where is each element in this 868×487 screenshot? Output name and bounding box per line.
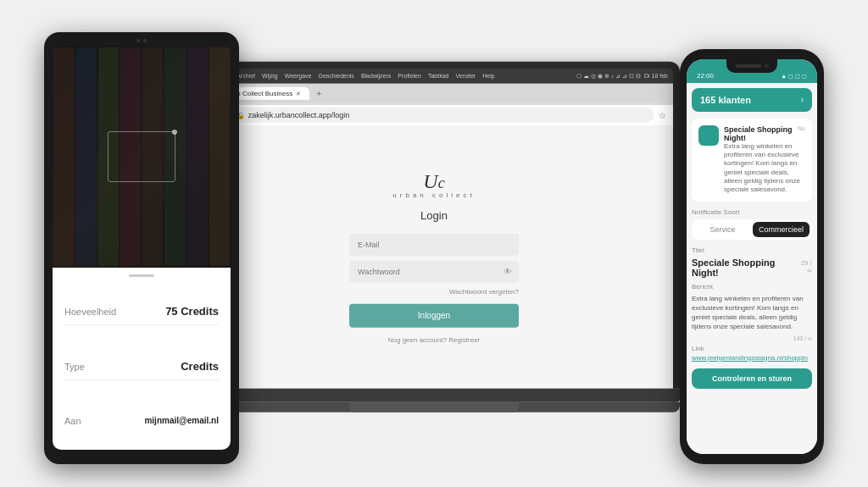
hoeveelheid-value: 75 Credits bbox=[165, 305, 219, 318]
titel-label: Titel bbox=[692, 246, 812, 254]
login-logo: Uc urban collect bbox=[392, 170, 475, 198]
drag-handle bbox=[53, 268, 231, 280]
logo-subtitle: urban collect bbox=[392, 191, 475, 198]
aan-row: Aan mijnmail@email.nl bbox=[64, 409, 219, 433]
tablet-data-rows: Hoeveelheid 75 Credits Type Credits Aan … bbox=[53, 280, 231, 450]
phone: 22:00 ▲ ◻ ◻ ◻ 165 klanten › Specia bbox=[680, 49, 824, 464]
menu-date: Di 18 feb bbox=[644, 73, 668, 79]
toggle-password-icon[interactable]: 👁 bbox=[504, 267, 512, 276]
phone-notif-icon bbox=[698, 125, 719, 146]
scene:  Chrome Archief Wijzig Weergave Geschie… bbox=[27, 15, 841, 473]
menu-profielen[interactable]: Profielen bbox=[398, 73, 421, 79]
password-input[interactable] bbox=[349, 260, 519, 282]
menu-archief[interactable]: Archief bbox=[236, 73, 255, 79]
phone-char-count-2: 143 / ∞ bbox=[692, 335, 812, 341]
phone-char-count-1: 29 / ∞ bbox=[795, 259, 812, 274]
menu-wijzig[interactable]: Wijzig bbox=[262, 73, 278, 79]
tablet: Hoeveelheid 75 Credits Type Credits Aan … bbox=[44, 32, 239, 464]
phone-content: 165 klanten › Speciale Shopping Night! N… bbox=[687, 83, 817, 454]
bookmark-icon[interactable]: ☆ bbox=[659, 110, 666, 119]
tab-service[interactable]: Service bbox=[694, 222, 751, 237]
menu-icons: ⬡ ☁ ◎ ◉ ⊕ ♪ ⊿ ⊿ ⊡ ⊟ bbox=[576, 72, 641, 79]
address-bar[interactable]: 🔒 zakelijk.urbancollect.app/login bbox=[230, 108, 654, 123]
hoeveelheid-row: Hoeveelheid 75 Credits bbox=[64, 298, 219, 325]
phone-speaker bbox=[736, 64, 761, 68]
handle-bar bbox=[129, 274, 154, 277]
login-page: Uc urban collect Login 👁 Wachtwoord verg… bbox=[195, 125, 673, 388]
selection-rect bbox=[108, 131, 175, 182]
laptop-foot bbox=[349, 401, 519, 412]
hoeveelheid-label: Hoeveelheid bbox=[64, 307, 116, 317]
menu-help[interactable]: Help bbox=[482, 73, 494, 79]
menubar:  Chrome Archief Wijzig Weergave Geschie… bbox=[195, 68, 673, 83]
tablet-camera bbox=[136, 39, 147, 42]
phone-time: 22:00 bbox=[697, 72, 714, 80]
forgot-password-link[interactable]: Wachtwoord vergeten? bbox=[349, 287, 519, 295]
laptop-base bbox=[188, 388, 680, 401]
front-camera-dot bbox=[136, 39, 140, 42]
phone-body-text: Extra lang winkelen en profiteren van ex… bbox=[692, 294, 812, 332]
phone-header-card[interactable]: 165 klanten › bbox=[692, 88, 812, 112]
browser-chrome: 🔵 Urban Collect Business ✕ + ‹ › ↻ 🔒 zak… bbox=[195, 83, 673, 125]
type-row: Type Credits bbox=[64, 353, 219, 380]
tab-commercial[interactable]: Commercieel bbox=[753, 222, 810, 237]
register-link[interactable]: Nog geen account? Registreer bbox=[349, 335, 519, 343]
phone-notif-content: Speciale Shopping Night! Nu Extra lang w… bbox=[724, 125, 805, 195]
password-field-wrap: 👁 bbox=[349, 260, 519, 282]
phone-notif-title: Speciale Shopping Night! bbox=[724, 125, 798, 142]
phone-signal-icons: ▲ ◻ ◻ ◻ bbox=[781, 73, 807, 80]
type-value: Credits bbox=[181, 360, 219, 373]
menu-venster[interactable]: Venster bbox=[455, 73, 476, 79]
browser-tabbar: 🔵 Urban Collect Business ✕ + bbox=[195, 83, 673, 103]
phone-camera bbox=[765, 64, 769, 68]
tablet-photo bbox=[53, 46, 231, 268]
aan-value: mijnmail@email.nl bbox=[144, 416, 219, 425]
selection-handle bbox=[172, 130, 177, 135]
phone-customers-label: 165 klanten bbox=[700, 95, 751, 105]
phone-title-text: Speciale Shopping Night! bbox=[692, 257, 795, 278]
menu-weergave[interactable]: Weergave bbox=[285, 73, 312, 79]
login-button[interactable]: Inloggen bbox=[349, 303, 519, 327]
login-title: Login bbox=[420, 208, 448, 221]
phone-notch bbox=[726, 59, 777, 73]
phone-header-chevron-icon: › bbox=[801, 95, 804, 104]
link-label: Link bbox=[692, 345, 812, 352]
phone-url-text[interactable]: www.jeelgenlandingssiagna.nl/shoppin bbox=[692, 354, 812, 362]
send-button[interactable]: Controleren en sturen bbox=[692, 368, 812, 389]
phone-notif-time: Nu bbox=[798, 125, 805, 142]
browser-addressbar: ‹ › ↻ 🔒 zakelijk.urbancollect.app/login … bbox=[195, 103, 673, 125]
notif-type-label: Notificatie Soort bbox=[692, 208, 812, 216]
type-label: Type bbox=[64, 362, 85, 372]
phone-tabs: Service Commercieel bbox=[692, 219, 812, 240]
url-text: zakelijk.urbancollect.app/login bbox=[248, 111, 350, 119]
menu-bladwijzers[interactable]: Bladwijzers bbox=[361, 73, 391, 79]
tablet-screen: Hoeveelheid 75 Credits Type Credits Aan … bbox=[53, 46, 231, 451]
email-input[interactable] bbox=[349, 233, 519, 255]
new-tab-button[interactable]: + bbox=[313, 89, 325, 98]
aan-label: Aan bbox=[64, 416, 81, 426]
phone-screen: 22:00 ▲ ◻ ◻ ◻ 165 klanten › Specia bbox=[687, 59, 817, 454]
logo-initials: Uc bbox=[392, 170, 475, 191]
login-form: 👁 Wachtwoord vergeten? Inloggen Nog geen… bbox=[349, 233, 519, 343]
laptop:  Chrome Archief Wijzig Weergave Geschie… bbox=[188, 61, 680, 412]
menu-geschiedenis[interactable]: Geschiedenis bbox=[318, 73, 353, 79]
front-sensor-dot bbox=[143, 39, 147, 42]
laptop-screen: 🔵 Urban Collect Business ✕ + ‹ › ↻ 🔒 zak… bbox=[195, 83, 673, 388]
menu-tabblad[interactable]: Tabblad bbox=[428, 73, 449, 79]
tab-close-button[interactable]: ✕ bbox=[296, 90, 301, 97]
phone-notification-card[interactable]: Speciale Shopping Night! Nu Extra lang w… bbox=[692, 119, 812, 202]
tablet-bottom-sheet: Hoeveelheid 75 Credits Type Credits Aan … bbox=[53, 268, 231, 450]
bericht-label: Bericht bbox=[692, 283, 812, 291]
phone-notif-body: Extra lang winkelen en profiteren van ex… bbox=[724, 142, 805, 195]
laptop-stand bbox=[188, 401, 680, 412]
